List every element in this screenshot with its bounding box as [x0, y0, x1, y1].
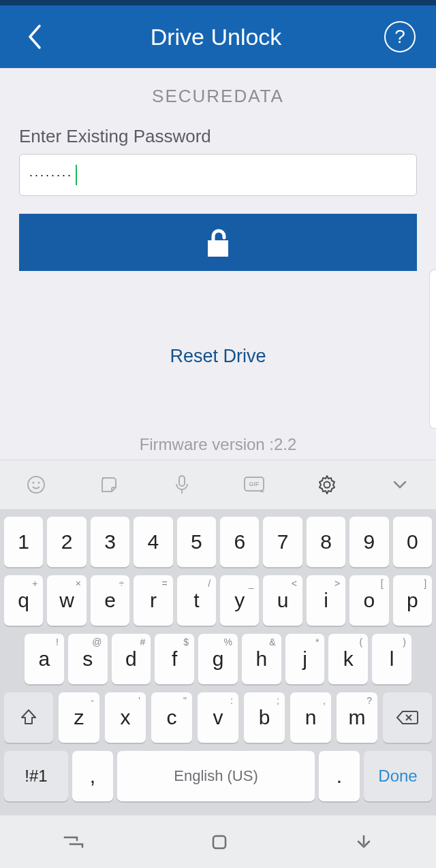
keyboard-hide-button[interactable] [354, 833, 374, 852]
svg-point-1 [28, 477, 44, 493]
key-w[interactable]: w× [47, 575, 86, 626]
key-8[interactable]: 8 [307, 517, 345, 567]
key-g[interactable]: g% [198, 634, 238, 684]
svg-point-3 [38, 481, 40, 483]
svg-rect-4 [179, 476, 185, 486]
mic-icon[interactable] [170, 472, 194, 497]
key-m[interactable]: m? [337, 692, 377, 743]
keyboard-row-q: q+w×e÷r=t/y_u<i>o[p] [4, 575, 432, 626]
key-s[interactable]: s@ [68, 634, 108, 684]
key-i[interactable]: i> [307, 575, 345, 626]
sticker-icon[interactable] [97, 472, 121, 497]
key-e[interactable]: e÷ [91, 575, 129, 626]
chevron-down-icon[interactable] [388, 472, 412, 497]
emoji-icon[interactable] [24, 472, 48, 497]
comma-key[interactable]: , [72, 751, 113, 801]
side-handle [429, 270, 436, 429]
help-button[interactable]: ? [384, 21, 416, 52]
key-u[interactable]: u< [263, 575, 302, 626]
key-x[interactable]: x' [105, 692, 146, 743]
key-4[interactable]: 4 [134, 517, 172, 567]
key-l[interactable]: l) [372, 634, 411, 684]
key-9[interactable]: 9 [349, 517, 388, 567]
key-c[interactable]: c" [151, 692, 192, 743]
key-j[interactable]: j* [285, 634, 325, 684]
reset-drive-link[interactable]: Reset Drive [19, 346, 417, 367]
firmware-version-text: Firmware version :2.2 [19, 435, 417, 454]
password-field[interactable]: ········ [19, 154, 417, 196]
period-key[interactable]: . [319, 751, 360, 801]
backspace-key[interactable] [383, 692, 432, 743]
text-cursor [76, 165, 77, 185]
key-r[interactable]: r= [134, 575, 172, 626]
key-d[interactable]: d# [112, 634, 151, 684]
key-o[interactable]: o[ [349, 575, 388, 626]
key-b[interactable]: b; [244, 692, 285, 743]
key-6[interactable]: 6 [220, 517, 259, 567]
password-value: ········ [29, 168, 73, 182]
symbols-key[interactable]: !#1 [4, 751, 68, 801]
key-5[interactable]: 5 [177, 517, 216, 567]
keyboard-row-numbers: 1234567890 [4, 517, 432, 567]
unlock-button[interactable] [19, 214, 417, 271]
done-key[interactable]: Done [364, 751, 432, 801]
key-t[interactable]: t/ [177, 575, 216, 626]
svg-point-2 [33, 481, 35, 483]
key-0[interactable]: 0 [393, 517, 432, 567]
unlock-icon [204, 227, 232, 258]
backspace-icon [396, 709, 419, 726]
page-title: Drive Unlock [151, 24, 282, 50]
gif-icon[interactable]: GIF [242, 472, 266, 497]
key-3[interactable]: 3 [91, 517, 129, 567]
keyboard: 1234567890 q+w×e÷r=t/y_u<i>o[p] a!s@d#f$… [0, 510, 436, 815]
content-area: SECUREDATA Enter Existing Password ·····… [0, 68, 436, 454]
recent-apps-button[interactable] [62, 833, 85, 851]
system-nav-bar [0, 815, 436, 868]
space-key[interactable]: English (US) [117, 751, 315, 801]
shift-key[interactable] [4, 692, 53, 743]
key-h[interactable]: h& [242, 634, 281, 684]
back-icon [26, 23, 42, 50]
keyboard-row-bottom: !#1 , English (US) . Done [4, 751, 432, 801]
help-icon: ? [394, 26, 405, 48]
header: Drive Unlock ? [0, 5, 436, 68]
gear-icon[interactable] [315, 472, 339, 497]
key-z[interactable]: z- [59, 692, 99, 743]
back-button[interactable] [20, 23, 48, 50]
status-bar [0, 0, 436, 5]
password-label: Enter Existing Password [19, 126, 417, 147]
svg-text:GIF: GIF [249, 481, 260, 487]
svg-rect-0 [208, 240, 228, 257]
key-2[interactable]: 2 [47, 517, 86, 567]
key-n[interactable]: n, [290, 692, 331, 743]
key-p[interactable]: p] [393, 575, 432, 626]
brand-text: SECUREDATA [19, 86, 417, 107]
keyboard-row-z: z-x'c"v:b;n,m? [4, 692, 432, 743]
home-button[interactable] [210, 833, 229, 852]
shift-icon [20, 708, 37, 727]
key-y[interactable]: y_ [220, 575, 259, 626]
key-q[interactable]: q+ [4, 575, 43, 626]
key-f[interactable]: f$ [155, 634, 194, 684]
key-k[interactable]: k( [328, 634, 368, 684]
keyboard-toolbar: GIF [0, 460, 436, 510]
key-v[interactable]: v: [198, 692, 238, 743]
key-a[interactable]: a! [25, 634, 64, 684]
svg-point-9 [324, 482, 330, 488]
key-7[interactable]: 7 [263, 517, 302, 567]
keyboard-row-a: a!s@d#f$g%h&j*k(l) [4, 634, 432, 684]
svg-rect-12 [213, 836, 225, 848]
key-1[interactable]: 1 [4, 517, 43, 567]
